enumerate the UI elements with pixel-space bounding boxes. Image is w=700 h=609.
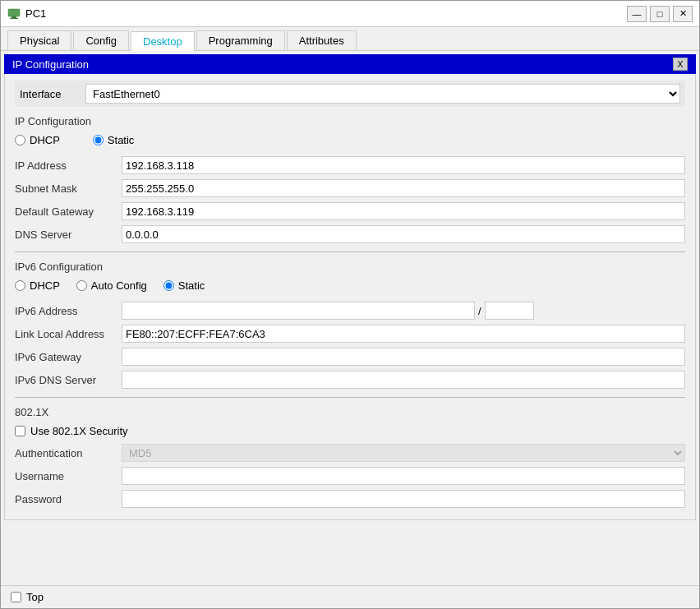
tab-config[interactable]: Config — [73, 30, 129, 50]
ipv6-gateway-input[interactable] — [122, 348, 685, 366]
ipv6-prefix-input[interactable] — [485, 302, 534, 320]
ipv6-dns-row: IPv6 DNS Server — [15, 371, 685, 389]
ipv6-dns-label: IPv6 DNS Server — [15, 374, 122, 386]
dns-server-row: DNS Server — [15, 225, 685, 243]
ipv4-radio-row: DHCP Static — [15, 134, 685, 146]
ipv6-address-row: IPv6 Address / — [15, 302, 685, 320]
ipv6-address-input[interactable] — [122, 302, 475, 320]
password-label: Password — [15, 493, 122, 505]
tab-bar: Physical Config Desktop Programming Attr… — [1, 27, 699, 51]
tab-desktop[interactable]: Desktop — [131, 31, 195, 51]
username-row: Username — [15, 467, 685, 485]
minimize-button[interactable]: — — [627, 6, 647, 22]
ipv4-ipv6-divider — [15, 251, 685, 252]
tab-attributes[interactable]: Attributes — [287, 30, 357, 50]
ipv6-dhcp-radio[interactable] — [15, 280, 25, 291]
default-gateway-label: Default Gateway — [15, 205, 122, 218]
link-local-label: Link Local Address — [15, 328, 122, 340]
static-radio[interactable] — [93, 135, 104, 145]
subnet-mask-input[interactable] — [122, 179, 685, 197]
ip-config-title: IP Configuration — [12, 58, 89, 71]
tab-programming[interactable]: Programming — [196, 30, 285, 50]
default-gateway-input[interactable] — [122, 202, 685, 220]
tab-physical[interactable]: Physical — [7, 30, 71, 50]
ipv6-auto-config-label: Auto Config — [91, 279, 147, 292]
link-local-input[interactable] — [122, 325, 685, 343]
title-bar: PC1 — □ ✕ — [1, 1, 699, 27]
interface-row: Interface FastEthernet0 — [15, 81, 685, 107]
use-security-label: Use 802.1X Security — [30, 425, 128, 437]
ipv4-section: IP Configuration DHCP Static IP Address — [15, 115, 685, 243]
ip-address-input[interactable] — [122, 156, 685, 174]
bottom-bar: Top — [1, 585, 699, 608]
auth-label: Authentication — [15, 447, 122, 459]
subnet-mask-row: Subnet Mask — [15, 179, 685, 197]
link-local-row: Link Local Address — [15, 325, 685, 343]
static-label: Static — [108, 134, 135, 146]
static-option[interactable]: Static — [93, 134, 135, 146]
window-title: PC1 — [25, 7, 46, 20]
ipv6-section-label: IPv6 Configuration — [15, 261, 685, 273]
default-gateway-row: Default Gateway — [15, 202, 685, 220]
title-controls: — □ ✕ — [627, 6, 693, 22]
ipv6-auto-config-radio[interactable] — [76, 280, 87, 291]
dns-server-label: DNS Server — [15, 228, 122, 241]
dns-server-input[interactable] — [122, 225, 685, 243]
ipv6-gateway-row: IPv6 Gateway — [15, 348, 685, 366]
auth-row: Authentication MD5 — [15, 444, 685, 462]
ipv6-static-option[interactable]: Static — [163, 279, 205, 292]
password-row: Password — [15, 490, 685, 508]
password-input[interactable] — [122, 490, 685, 508]
ipv6-static-radio[interactable] — [163, 280, 174, 291]
ip-address-row: IP Address — [15, 156, 685, 174]
ipv6-dhcp-label: DHCP — [30, 279, 60, 292]
ipv6-address-label: IPv6 Address — [15, 305, 122, 317]
tab-content: IP Configuration X Interface FastEtherne… — [1, 51, 699, 585]
ipv6-gateway-label: IPv6 Gateway — [15, 351, 122, 363]
ipv6-section: IPv6 Configuration DHCP Auto Config Stat… — [15, 261, 685, 389]
ip-config-header: IP Configuration X — [4, 54, 696, 74]
ipv4-section-label: IP Configuration — [15, 115, 685, 127]
main-window: PC1 — □ ✕ Physical Config Desktop Progra… — [0, 0, 700, 609]
title-bar-left: PC1 — [7, 7, 46, 21]
dot1x-section: 802.1X Use 802.1X Security Authenticatio… — [15, 406, 685, 508]
ipv6-static-label: Static — [178, 279, 205, 292]
subnet-mask-label: Subnet Mask — [15, 182, 122, 195]
username-input[interactable] — [122, 467, 685, 485]
ipv6-slash: / — [475, 305, 485, 317]
interface-label: Interface — [20, 88, 77, 100]
svg-rect-0 — [8, 9, 20, 16]
dot1x-section-label: 802.1X — [15, 406, 685, 418]
interface-select[interactable]: FastEthernet0 — [85, 84, 680, 104]
ipv6-dns-input[interactable] — [122, 371, 685, 389]
dhcp-label: DHCP — [30, 134, 60, 146]
auth-select[interactable]: MD5 — [122, 444, 685, 462]
svg-rect-1 — [12, 16, 16, 18]
computer-icon — [7, 7, 21, 21]
use-security-row: Use 802.1X Security — [15, 425, 685, 437]
ip-config-close-button[interactable]: X — [673, 58, 688, 71]
top-label: Top — [26, 591, 44, 603]
use-security-checkbox[interactable] — [15, 426, 25, 436]
svg-rect-2 — [10, 18, 18, 19]
window-close-button[interactable]: ✕ — [673, 6, 693, 22]
ipv6-radio-row: DHCP Auto Config Static — [15, 279, 685, 292]
maximize-button[interactable]: □ — [650, 6, 670, 22]
ipv6-dhcp-option[interactable]: DHCP — [15, 279, 60, 292]
ip-address-label: IP Address — [15, 159, 122, 172]
config-body: Interface FastEthernet0 IP Configuration… — [4, 74, 696, 520]
dhcp-option[interactable]: DHCP — [15, 134, 60, 146]
dhcp-radio[interactable] — [15, 135, 25, 145]
ipv6-8021x-divider — [15, 397, 685, 398]
ipv6-auto-config-option[interactable]: Auto Config — [76, 279, 147, 292]
top-checkbox[interactable] — [11, 592, 21, 602]
username-label: Username — [15, 470, 122, 482]
